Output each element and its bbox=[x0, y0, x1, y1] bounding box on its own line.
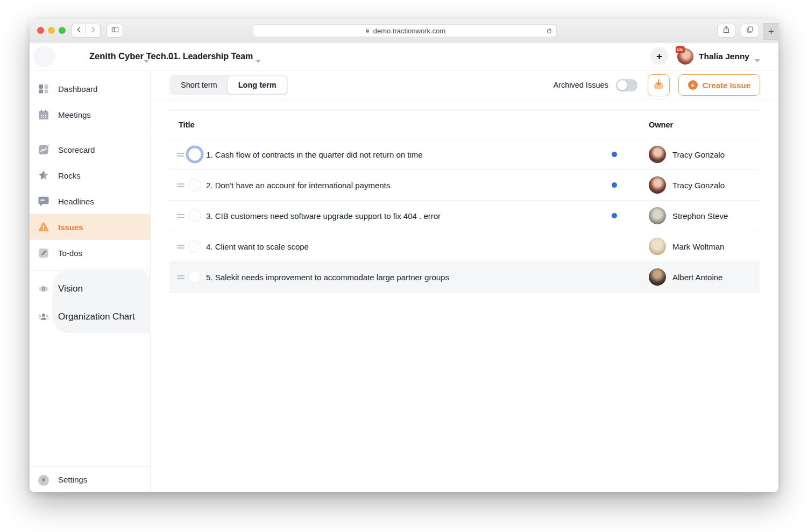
column-header-title: Title bbox=[169, 120, 195, 129]
issues-toolbar: Short termLong term Archived Issues + Cr… bbox=[151, 70, 778, 100]
drag-handle-icon[interactable] bbox=[177, 214, 185, 218]
reload-icon[interactable] bbox=[545, 27, 552, 34]
issues-icon bbox=[37, 221, 50, 233]
rocks-icon bbox=[37, 169, 50, 182]
owner-name: Mark Woltman bbox=[672, 242, 724, 251]
issue-checkbox[interactable] bbox=[188, 240, 201, 253]
sidebar-item-settings[interactable]: Settings bbox=[30, 466, 150, 492]
issue-checkbox[interactable] bbox=[188, 148, 201, 161]
issue-row[interactable]: 1. Cash flow of contracts in the quarter… bbox=[169, 139, 760, 170]
owner-avatar bbox=[649, 268, 666, 286]
issue-title: 4. Client want to scale scope bbox=[206, 242, 309, 251]
archived-issues-label: Archived Issues bbox=[553, 81, 608, 89]
sidebar-item-issues[interactable]: Issues bbox=[30, 214, 150, 240]
quick-add-button[interactable]: + bbox=[650, 47, 668, 65]
sidebar-item-scorecard[interactable]: Scorecard bbox=[30, 137, 150, 162]
owner-avatar bbox=[649, 238, 666, 255]
browser-back-button[interactable] bbox=[72, 24, 86, 38]
sidebar-item-label: Settings bbox=[58, 475, 87, 484]
drag-handle-icon[interactable] bbox=[177, 153, 185, 157]
issue-title: 2. Don't have an account for internation… bbox=[206, 181, 390, 190]
sidebar-panel-icon bbox=[111, 25, 119, 36]
new-tab-button[interactable]: + bbox=[763, 23, 778, 40]
owner-name: Albert Antoine bbox=[672, 273, 722, 282]
issue-title: 3. CIB customers need software upgrade s… bbox=[206, 211, 441, 221]
company-switcher[interactable]: Zenith Cyber Tech... bbox=[89, 51, 173, 61]
issue-row[interactable]: 4. Client want to scale scope Mark Woltm… bbox=[169, 231, 760, 262]
vision-icon bbox=[37, 282, 50, 295]
owner-cell: Tracy Gonzalo bbox=[649, 146, 725, 163]
share-button[interactable] bbox=[717, 24, 735, 38]
lock-icon bbox=[364, 27, 371, 34]
tabs-overview-icon bbox=[746, 25, 754, 36]
orgchart-icon bbox=[37, 310, 50, 323]
sidebar-item-label: Dashboard bbox=[58, 84, 97, 94]
sidebar-item-vision[interactable]: Vision bbox=[30, 275, 150, 303]
todos-icon bbox=[37, 246, 50, 259]
sidebar-toggle-button[interactable] bbox=[107, 24, 123, 38]
minimize-window-button[interactable] bbox=[48, 27, 55, 34]
headlines-icon bbox=[37, 195, 50, 208]
close-window-button[interactable] bbox=[37, 27, 44, 34]
chevron-down-icon bbox=[755, 55, 760, 58]
issue-title: 1. Cash flow of contracts in the quarter… bbox=[206, 150, 423, 159]
sidebar-item-meetings[interactable]: Meetings bbox=[30, 102, 150, 127]
toggle-knob bbox=[617, 80, 627, 90]
sidebar-item-label: To-dos bbox=[58, 249, 82, 258]
owner-avatar bbox=[649, 207, 666, 224]
browser-forward-button[interactable] bbox=[86, 24, 101, 38]
chevron-down-icon bbox=[256, 55, 261, 59]
owner-name: Strephon Steve bbox=[672, 211, 728, 221]
url-text: demo.tractionwork.com bbox=[373, 27, 445, 35]
owner-cell: Mark Woltman bbox=[649, 238, 724, 255]
archived-issues-toggle[interactable] bbox=[616, 79, 637, 91]
owner-cell: Albert Antoine bbox=[649, 268, 722, 286]
drag-handle-icon[interactable] bbox=[177, 275, 185, 279]
app-header: Zenith Cyber Tech... 01. Leadership Team… bbox=[30, 42, 778, 70]
unread-dot bbox=[612, 152, 617, 157]
drag-handle-icon[interactable] bbox=[177, 183, 185, 187]
sidebar-item-dashboard[interactable]: Dashboard bbox=[30, 76, 150, 102]
sidebar-item-label: Scorecard bbox=[58, 145, 95, 154]
issue-row[interactable]: 2. Don't have an account for internation… bbox=[169, 170, 760, 201]
create-issue-button[interactable]: + Create Issue bbox=[678, 74, 760, 96]
issue-checkbox[interactable] bbox=[188, 179, 201, 191]
owner-cell: Strephon Steve bbox=[649, 207, 728, 224]
meetings-icon bbox=[37, 108, 50, 121]
tab-overview-button[interactable] bbox=[741, 24, 759, 38]
download-icon bbox=[652, 77, 665, 93]
issues-table: Title Owner 1. Cash flow of contracts in… bbox=[169, 110, 760, 293]
issues-page: Short termLong term Archived Issues + Cr… bbox=[151, 70, 778, 492]
table-header: Title Owner bbox=[169, 111, 760, 139]
sidebar-item-headlines[interactable]: Headlines bbox=[30, 188, 150, 214]
address-bar[interactable]: demo.tractionwork.com bbox=[253, 24, 557, 37]
issue-checkbox[interactable] bbox=[188, 209, 201, 222]
sidebar-item-label: Headlines bbox=[58, 197, 94, 206]
sidebar-item-rocks[interactable]: Rocks bbox=[30, 162, 150, 188]
tab-short-term[interactable]: Short term bbox=[171, 76, 228, 94]
owner-cell: Tracy Gonzalo bbox=[649, 176, 725, 194]
issue-title: 5. Salekit needs improvement to accommod… bbox=[206, 273, 449, 282]
avatar-badge: UNI bbox=[676, 46, 685, 53]
unread-dot bbox=[612, 213, 617, 218]
sidebar-item-organization-chart[interactable]: Organization Chart bbox=[30, 303, 150, 331]
unread-dot bbox=[612, 182, 617, 188]
user-menu[interactable]: UNI Thalia Jenny bbox=[677, 48, 760, 65]
term-tabs: Short termLong term bbox=[169, 75, 288, 95]
export-button[interactable] bbox=[648, 74, 670, 96]
owner-name: Tracy Gonzalo bbox=[672, 150, 725, 159]
sidebar-item-label: Vision bbox=[58, 283, 83, 294]
sidebar-item-to-dos[interactable]: To-dos bbox=[30, 240, 150, 266]
tab-long-term[interactable]: Long term bbox=[228, 76, 287, 94]
team-switcher[interactable]: 01. Leadership Team bbox=[168, 52, 253, 61]
sidebar-nav: DashboardMeetingsScorecardRocksHeadlines… bbox=[30, 70, 151, 492]
sidebar-item-label: Organization Chart bbox=[58, 311, 135, 322]
sidebar-item-label: Rocks bbox=[58, 171, 81, 180]
issue-row[interactable]: 5. Salekit needs improvement to accommod… bbox=[169, 262, 760, 293]
issue-row[interactable]: 3. CIB customers need software upgrade s… bbox=[169, 201, 760, 231]
company-logo[interactable] bbox=[33, 46, 55, 67]
issue-checkbox[interactable] bbox=[188, 271, 201, 283]
user-avatar: UNI bbox=[677, 48, 693, 65]
drag-handle-icon[interactable] bbox=[177, 245, 185, 249]
zoom-window-button[interactable] bbox=[59, 27, 66, 34]
